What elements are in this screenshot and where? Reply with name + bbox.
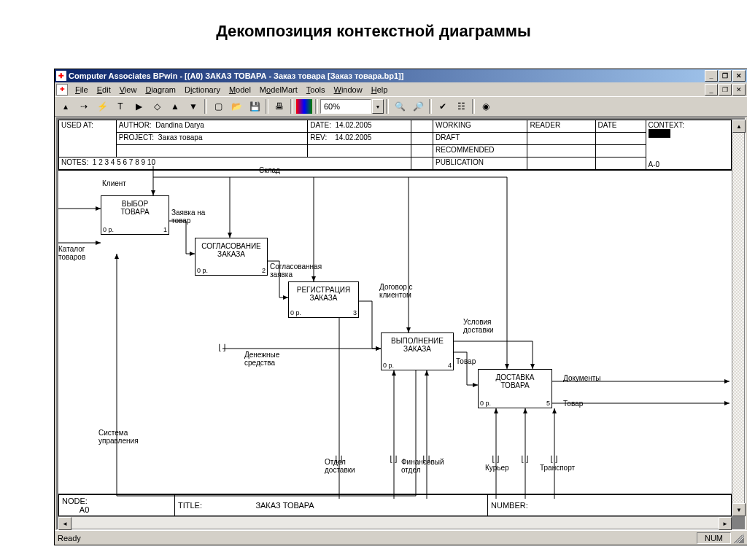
menu-model[interactable]: Model bbox=[225, 84, 255, 96]
context-thumb bbox=[649, 129, 670, 138]
new-icon[interactable]: ▢ bbox=[209, 98, 227, 114]
menu-window[interactable]: Window bbox=[330, 84, 367, 96]
toolbar-tools: ▴ ⇢ ⚡ T ▶ ◇ ▲ ▼ ▢ 📂 💾 🖶 . 60% ▼ 🔍 🔎 ✔ ☷ … bbox=[55, 96, 747, 117]
diagram-canvas[interactable]: USED AT: AUTHOR: Dandina Darya DATE: 14.… bbox=[58, 120, 732, 516]
titlebar-text: Computer Associates BPwin - [(A0) ЗАКАЗ … bbox=[69, 71, 705, 80]
scroll-right-icon[interactable]: ► bbox=[719, 517, 732, 530]
label-transport: Транспорт bbox=[540, 464, 575, 472]
page-heading: Декомпозиция контекстной диаграммы bbox=[0, 0, 747, 55]
menu-diagram[interactable]: Diagram bbox=[141, 84, 180, 96]
menu-file[interactable]: File bbox=[71, 84, 93, 96]
down-tool-icon[interactable]: ▼ bbox=[185, 98, 202, 114]
label-dengi: Денежные средства bbox=[244, 351, 288, 367]
tunnel-icon: ⌊⌋ bbox=[389, 454, 398, 464]
tunnel-icon: ⌊⌋ bbox=[334, 454, 344, 464]
spell-icon[interactable]: ✔ bbox=[434, 98, 452, 114]
up-tool-icon[interactable]: ▲ bbox=[166, 98, 184, 114]
zoomout-icon[interactable]: 🔍 bbox=[391, 98, 409, 114]
open-icon[interactable]: 📂 bbox=[228, 98, 245, 114]
globe-icon[interactable]: ◉ bbox=[477, 98, 495, 114]
app-window: ✚ Computer Associates BPwin - [(A0) ЗАКА… bbox=[54, 69, 747, 545]
mdi-close-button[interactable]: ✕ bbox=[732, 84, 746, 96]
activity-box-2[interactable]: СОГЛАСОВАНИЕЗАКАЗА 0 р.2 bbox=[195, 238, 268, 276]
label-tovar-mid: Товар bbox=[456, 357, 476, 365]
play-tool-icon[interactable]: ▶ bbox=[130, 98, 147, 114]
scroll-down-icon[interactable]: ▼ bbox=[732, 503, 746, 516]
close-button[interactable]: ✕ bbox=[732, 70, 746, 82]
titlebar: ✚ Computer Associates BPwin - [(A0) ЗАКА… bbox=[55, 69, 747, 82]
tunnel-icon: ⌊⌋ bbox=[217, 343, 227, 352]
label-katalog: Каталог товаров bbox=[58, 245, 95, 261]
scrollbar-vertical[interactable]: ▲ ▼ bbox=[732, 120, 744, 516]
minimize-button[interactable]: _ bbox=[705, 70, 718, 82]
app-icon: ✚ bbox=[56, 71, 66, 81]
status-num: NUM bbox=[697, 532, 731, 544]
mdi-icon[interactable]: ✚ bbox=[56, 84, 68, 96]
reports-icon[interactable]: . bbox=[295, 98, 313, 114]
label-usloviya: Условия доставки bbox=[463, 318, 507, 334]
save-icon[interactable]: 💾 bbox=[246, 98, 263, 114]
menu-edit[interactable]: Edit bbox=[93, 84, 115, 96]
workspace: USED AT: AUTHOR: Dandina Darya DATE: 14.… bbox=[56, 117, 746, 530]
tunnel-icon: ⌊⌋ bbox=[520, 454, 530, 464]
resize-grip-icon[interactable] bbox=[734, 533, 744, 543]
tunnel-icon: ⌊⌋ bbox=[422, 454, 431, 464]
label-dogovor: Договор с клиентом bbox=[379, 283, 423, 299]
link-tool-icon[interactable]: ⇢ bbox=[75, 98, 93, 114]
activity-box-4[interactable]: ВЫПОЛНЕНИЕЗАКАЗА 0 р.4 bbox=[381, 332, 454, 370]
diagram-footer: NODE: A0 TITLE: ЗАКАЗ ТОВАРА NUMBER: bbox=[58, 494, 732, 516]
maximize-button[interactable]: ❐ bbox=[719, 70, 732, 82]
mdi-restore-button[interactable]: ❐ bbox=[719, 84, 732, 96]
scroll-left-icon[interactable]: ◄ bbox=[58, 517, 71, 530]
label-soglas: Согласованная заявка bbox=[270, 262, 328, 279]
scrollbar-horizontal[interactable]: ◄ ► bbox=[58, 517, 732, 529]
tree-icon[interactable]: ☷ bbox=[452, 98, 470, 114]
label-zayavka: Заявка на товар bbox=[171, 209, 212, 225]
diamond-tool-icon[interactable]: ◇ bbox=[148, 98, 166, 114]
zoomin-icon[interactable]: 🔎 bbox=[409, 98, 427, 114]
label-klient: Клиент bbox=[102, 179, 126, 187]
tunnel-icon: ⌊⌋ bbox=[549, 454, 559, 464]
menu-help[interactable]: Help bbox=[367, 84, 392, 96]
statusbar: Ready NUM bbox=[55, 530, 747, 545]
bolt-tool-icon[interactable]: ⚡ bbox=[93, 98, 111, 114]
diagram-header: USED AT: AUTHOR: Dandina Darya DATE: 14.… bbox=[58, 120, 732, 171]
label-tovar-out: Товар bbox=[563, 400, 583, 408]
label-dokumenty: Документы bbox=[563, 374, 601, 382]
menu-view[interactable]: View bbox=[115, 84, 142, 96]
label-sistema: Система управления bbox=[98, 429, 150, 445]
mdi-minimize-button[interactable]: _ bbox=[705, 84, 718, 96]
zoom-input[interactable]: 60% bbox=[320, 99, 371, 114]
label-kuryer: Курьер bbox=[485, 464, 509, 472]
label-sklad: Склад bbox=[259, 166, 280, 174]
zoom-dropdown-icon[interactable]: ▼ bbox=[372, 99, 384, 114]
diagram-body: ВЫБОРТОВАРА 0 р.1 СОГЛАСОВАНИЕЗАКАЗА 0 р… bbox=[58, 166, 732, 499]
activity-box-1[interactable]: ВЫБОРТОВАРА 0 р.1 bbox=[101, 195, 169, 235]
text-tool-icon[interactable]: T bbox=[112, 98, 129, 114]
print-icon[interactable]: 🖶 bbox=[271, 98, 288, 114]
activity-box-3[interactable]: РЕГИСТРАЦИЯЗАКАЗА 0 р.3 bbox=[288, 281, 359, 318]
activity-box-5[interactable]: ДОСТАВКАТОВАРА 0 р.5 bbox=[478, 369, 552, 408]
tunnel-icon: ⌊⌋ bbox=[491, 454, 500, 464]
menu-dictionary[interactable]: Dictionary bbox=[180, 84, 225, 96]
scroll-up-icon[interactable]: ▲ bbox=[732, 120, 746, 133]
menubar: ✚ File Edit View Diagram Dictionary Mode… bbox=[55, 82, 747, 96]
pointer-tool-icon[interactable]: ▴ bbox=[57, 98, 74, 114]
menu-tools[interactable]: Tools bbox=[302, 84, 330, 96]
menu-modelmart[interactable]: ModelMart bbox=[255, 84, 302, 96]
status-ready: Ready bbox=[58, 534, 81, 542]
